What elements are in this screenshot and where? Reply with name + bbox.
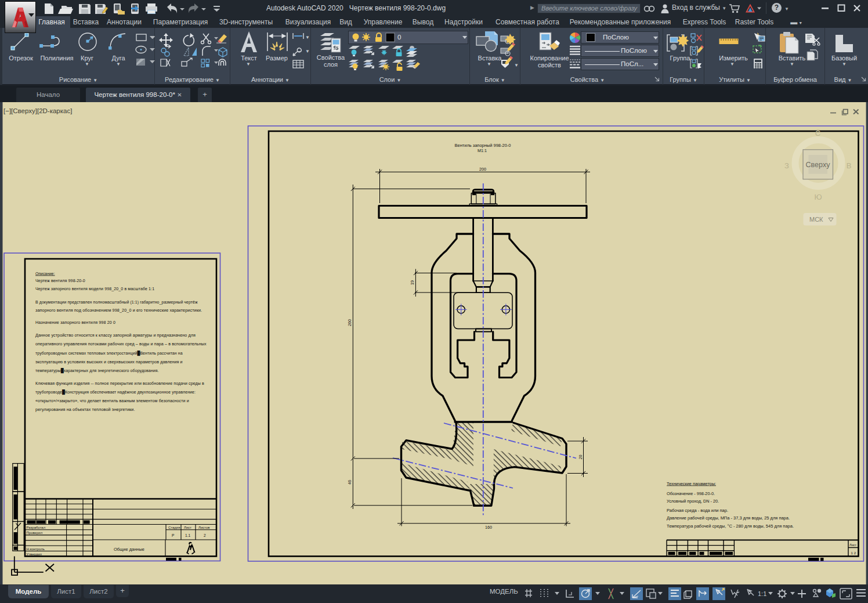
svg-text:Листов: Листов [198,526,210,529]
svg-text:Температура рабочей среды, °С: Температура рабочей среды, °С - 280 для … [667,523,794,529]
svg-text:В: В [847,161,852,170]
svg-text:МСК: МСК [809,216,823,223]
svg-text:Данное устройство относится к: Данное устройство относится к классу зап… [35,333,196,338]
svg-text:Проверил: Проверил [27,531,43,535]
svg-text:Рабочая среда - вода или пар.: Рабочая среда - вода или пар. [667,508,728,513]
svg-text:оперативного управления потока: оперативного управления потоками рабочих… [35,341,207,346]
svg-text:200: 200 [479,167,486,172]
svg-text:160: 160 [485,525,492,530]
svg-text:1 2: 1 2 [851,551,856,555]
svg-text:Сверху: Сверху [806,161,831,169]
svg-text:Обозначение - 998-20-0.: Обозначение - 998-20-0. [667,491,715,496]
svg-text:С: С [815,129,820,138]
svg-text:М1:1: М1:1 [478,148,487,153]
svg-text:температуры█характерных для эн: температуры█характерных для энергетическ… [35,368,159,374]
svg-text:трубопроводе█Конструкция обесп: трубопроводе█Конструкция обеспечивает на… [35,389,196,395]
svg-text:[−][Сверху][2D-каркас]: [−][Сверху][2D-каркас] [3,107,72,114]
svg-text:260: 260 [347,319,352,326]
svg-text:Р: Р [172,533,175,537]
svg-text:регулирования на объектах тепл: регулирования на объектах тепловой энерг… [35,407,135,412]
svg-text:Ю: Ю [814,193,822,201]
svg-text:З: З [784,161,789,170]
svg-text:Стадия: Стадия [168,526,180,529]
svg-text:Разработал: Разработал [27,526,46,529]
svg-text:46: 46 [347,480,352,485]
svg-text:Технические параметры:: Технические параметры: [667,481,716,486]
svg-text:«открыто»/«закрыто», что делае: «открыто»/«закрыто», что делает вентиль … [35,398,189,403]
svg-text:Утвердил: Утвердил [27,553,42,556]
svg-text:Н.контроль: Н.контроль [27,547,45,551]
svg-text:2: 2 [204,533,206,537]
svg-text:Чертеж вентиля 998-20-0: Чертеж вентиля 998-20-0 [35,278,85,283]
svg-text:Ключевая функция изделия -- по: Ключевая функция изделия -- полное перек… [35,381,204,386]
svg-text:1.1: 1.1 [185,533,190,537]
svg-text:20: 20 [578,455,583,460]
svg-text:эксплуатацию в условиях высоки: эксплуатацию в условиях высоких и сверхв… [35,359,183,364]
svg-text:1:1: 1:1 [758,590,766,597]
svg-text:Условный проход, DN - 20.: Условный проход, DN - 20. [667,499,719,504]
svg-text:запорного вентиля под обозначе: запорного вентиля под обозначением 998_2… [35,308,202,313]
svg-text:Лист: Лист [849,543,857,547]
svg-text:Чертеж запорного вентиля модел: Чертеж запорного вентиля модели 998_20_0… [35,286,154,291]
svg-text:Общие данные: Общие данные [114,547,144,552]
svg-text:Назначение запорного вентиля 9: Назначение запорного вентиля 998 20 0 [35,320,115,325]
svg-text:Описание:: Описание: [35,271,55,276]
svg-text:трубопроводных системах теплов: трубопроводных системах тепловых электро… [35,351,183,356]
svg-text:В документации представлен пол: В документации представлен полномасштабн… [35,299,198,305]
svg-text:Лист: Лист [184,526,191,529]
svg-text:19: 19 [410,280,415,285]
svg-text:Давление рабочей среды, МПа -: Давление рабочей среды, МПа - 37,3 для в… [667,515,790,521]
